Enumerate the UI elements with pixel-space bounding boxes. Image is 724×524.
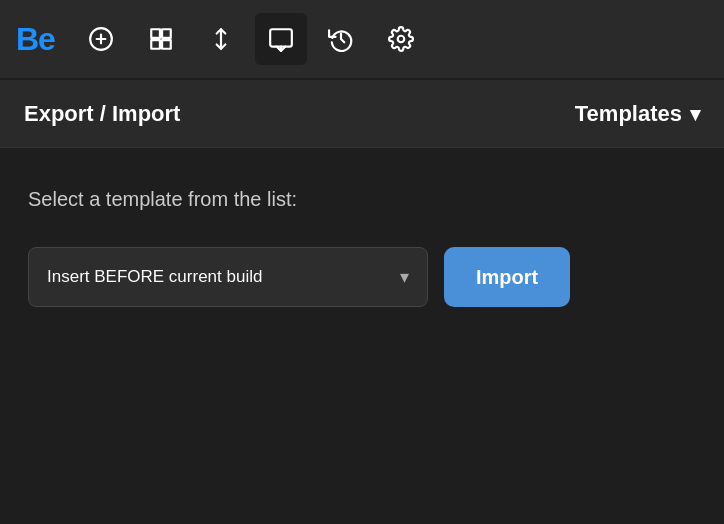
page-title: Export / Import bbox=[24, 101, 180, 127]
add-icon-button[interactable] bbox=[75, 13, 127, 65]
templates-dropdown[interactable]: Templates ▾ bbox=[575, 101, 700, 127]
main-content: Select a template from the list: Insert … bbox=[0, 148, 724, 335]
svg-point-10 bbox=[398, 36, 405, 43]
dropdown-chevron-icon: ▾ bbox=[400, 266, 409, 288]
history-icon-button[interactable] bbox=[315, 13, 367, 65]
import-button[interactable]: Import bbox=[444, 247, 570, 307]
navbar: Be bbox=[0, 0, 724, 80]
settings-icon-button[interactable] bbox=[375, 13, 427, 65]
templates-label: Templates bbox=[575, 101, 682, 127]
dropdown-value: Insert BEFORE current build bbox=[47, 267, 262, 287]
svg-rect-6 bbox=[162, 40, 171, 49]
sort-icon-button[interactable] bbox=[195, 13, 247, 65]
section-label: Select a template from the list: bbox=[28, 188, 696, 211]
controls-row: Insert BEFORE current build ▾ Import bbox=[28, 247, 696, 307]
grid-icon-button[interactable] bbox=[135, 13, 187, 65]
logo: Be bbox=[16, 21, 55, 58]
svg-rect-4 bbox=[162, 29, 171, 38]
header-bar: Export / Import Templates ▾ bbox=[0, 80, 724, 148]
svg-rect-3 bbox=[151, 29, 160, 38]
template-select-dropdown[interactable]: Insert BEFORE current build ▾ bbox=[28, 247, 428, 307]
svg-rect-5 bbox=[151, 40, 160, 49]
templates-chevron-icon: ▾ bbox=[690, 102, 700, 126]
svg-rect-8 bbox=[270, 29, 292, 46]
export-import-icon-button[interactable] bbox=[255, 13, 307, 65]
